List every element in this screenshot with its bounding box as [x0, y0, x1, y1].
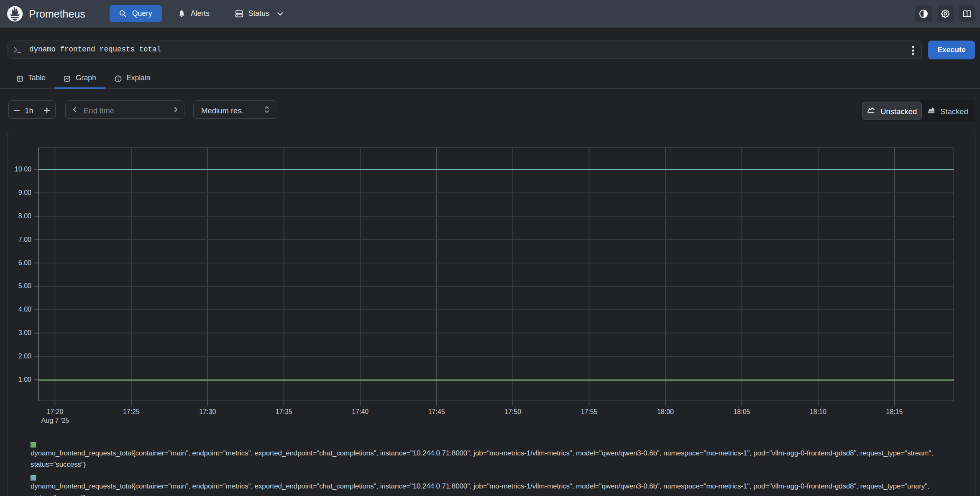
- svg-text:7.00: 7.00: [18, 236, 31, 243]
- svg-text:1.00: 1.00: [18, 376, 31, 383]
- svg-text:3.00: 3.00: [18, 329, 31, 336]
- svg-text:18:05: 18:05: [733, 408, 750, 415]
- svg-text:5.00: 5.00: [18, 282, 31, 289]
- svg-text:17:30: 17:30: [199, 408, 216, 415]
- svg-text:4.00: 4.00: [18, 306, 31, 313]
- svg-text:17:35: 17:35: [276, 408, 292, 415]
- svg-text:17:50: 17:50: [504, 408, 521, 415]
- svg-text:17:20: 17:20: [46, 408, 63, 415]
- svg-text:8.00: 8.00: [18, 212, 31, 220]
- svg-text:17:25: 17:25: [123, 408, 140, 415]
- svg-text:17:55: 17:55: [581, 408, 597, 415]
- svg-text:17:45: 17:45: [428, 408, 445, 415]
- svg-text:9.00: 9.00: [18, 189, 31, 196]
- svg-text:18:00: 18:00: [657, 408, 674, 415]
- svg-text:Aug 7 '25: Aug 7 '25: [41, 417, 69, 424]
- svg-text:18:15: 18:15: [886, 408, 903, 415]
- svg-text:17:40: 17:40: [352, 408, 368, 415]
- svg-text:18:10: 18:10: [810, 408, 826, 415]
- svg-text:2.00: 2.00: [18, 353, 31, 360]
- svg-text:10.00: 10.00: [15, 166, 31, 173]
- svg-text:6.00: 6.00: [18, 259, 31, 266]
